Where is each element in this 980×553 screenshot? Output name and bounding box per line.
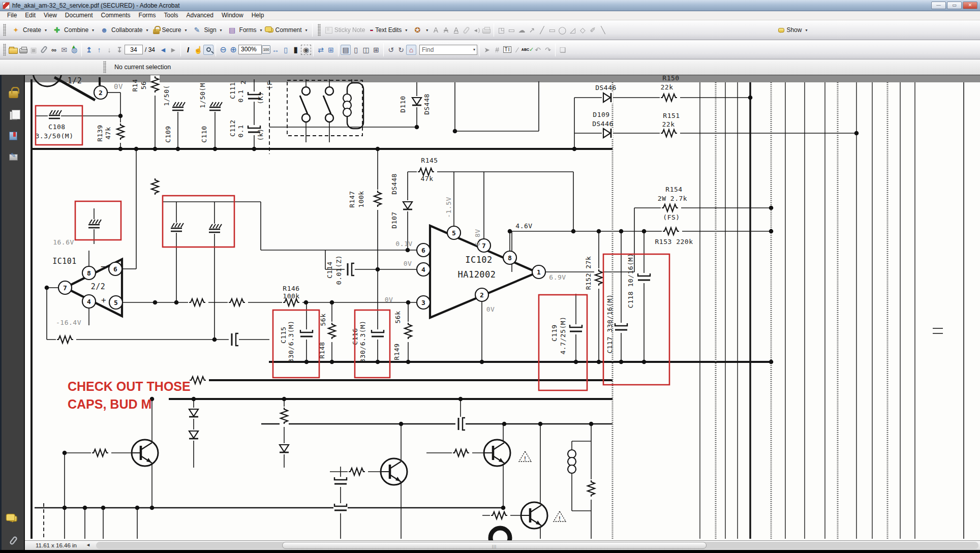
print-icon[interactable]: [18, 45, 28, 55]
attach-file-icon[interactable]: [461, 25, 471, 35]
bookmarks-panel-button[interactable]: [2, 127, 25, 144]
fit-width-page-icon[interactable]: ⇄: [316, 45, 326, 55]
menu-file[interactable]: File: [3, 11, 21, 20]
rectangle-tool-icon[interactable]: ▭: [547, 25, 557, 35]
line-tool-icon[interactable]: ╱: [537, 25, 547, 35]
selection-bar-grip[interactable]: [103, 61, 106, 73]
scrollbar-thumb[interactable]: |||: [282, 542, 707, 549]
previous-view-icon[interactable]: ◄: [158, 45, 168, 55]
menu-document[interactable]: Document: [61, 11, 97, 20]
text-box-tool-icon[interactable]: ▭: [506, 25, 516, 35]
find-dropdown-icon[interactable]: ▾: [472, 47, 477, 52]
zoom-in-icon[interactable]: ⊕: [228, 45, 238, 55]
eraser-tool-icon[interactable]: ╲: [598, 25, 608, 35]
toolbar-grip[interactable]: [3, 24, 6, 36]
spell-check-icon[interactable]: ABC✓: [523, 45, 533, 55]
hand-tool-icon[interactable]: ☝: [193, 45, 203, 55]
single-page-icon[interactable]: ▯: [351, 45, 361, 55]
horizontal-scrollbar[interactable]: |||: [96, 542, 978, 549]
document-view[interactable]: !!287465643578121/20VC1083.3/50(M)R13947…: [25, 75, 980, 540]
combine-button[interactable]: ✚Combine: [49, 23, 97, 37]
scrolling-mode-icon[interactable]: ▤: [341, 45, 351, 55]
rotate-ccw-icon[interactable]: ↺: [386, 45, 396, 55]
last-page-icon[interactable]: ↧: [114, 45, 125, 55]
toolbar-grip[interactable]: [318, 24, 321, 36]
redo-icon[interactable]: ↷: [543, 45, 553, 55]
two-up-icon[interactable]: ◫: [361, 45, 371, 55]
highlight-text-icon[interactable]: A: [431, 25, 441, 35]
secure-button[interactable]: Secure: [150, 24, 189, 36]
comments-panel-button[interactable]: [2, 510, 25, 527]
fit-visible-icon[interactable]: ⊞: [326, 45, 336, 55]
menu-tools[interactable]: Tools: [160, 11, 182, 20]
toolbar-grip[interactable]: [3, 44, 6, 56]
callout-tool-icon[interactable]: ◳: [496, 25, 506, 35]
minimize-button[interactable]: —: [931, 2, 946, 9]
oval-tool-icon[interactable]: ◯: [557, 25, 567, 35]
crossout-text-icon[interactable]: A: [441, 25, 451, 35]
open-icon[interactable]: [8, 45, 18, 55]
collaborate-button[interactable]: ☻Collaborate: [97, 23, 150, 37]
sign-button[interactable]: ✎Sign: [190, 23, 225, 37]
select-object-icon[interactable]: ➤: [482, 45, 492, 55]
select-tool-icon[interactable]: I: [183, 45, 193, 55]
attach-icon[interactable]: [39, 45, 49, 55]
first-page-icon[interactable]: ↥: [84, 45, 94, 55]
comment-button[interactable]: Comment: [265, 25, 310, 35]
pages-panel-button[interactable]: [2, 107, 25, 124]
menu-window[interactable]: Window: [218, 11, 248, 20]
zoom-level-value[interactable]: 300%: [238, 45, 262, 54]
two-up-continuous-icon[interactable]: ⊞: [371, 45, 381, 55]
crop-icon[interactable]: #: [492, 45, 502, 55]
touchup-text-icon[interactable]: TI: [502, 45, 512, 55]
underline-text-icon[interactable]: A: [451, 25, 461, 35]
search-icon[interactable]: ∞: [49, 45, 59, 55]
cloud-tool-icon[interactable]: ☁: [516, 25, 527, 35]
save-icon[interactable]: ▣: [28, 45, 39, 55]
find-input[interactable]: [420, 46, 472, 54]
security-panel-button[interactable]: [2, 84, 25, 102]
next-page-icon[interactable]: ↓: [104, 45, 114, 55]
dynamic-zoom-icon[interactable]: ▮: [291, 45, 301, 55]
menu-help[interactable]: Help: [248, 11, 268, 20]
record-audio-icon[interactable]: ◄): [471, 25, 481, 35]
snapshot-icon[interactable]: ◉: [301, 45, 311, 55]
page-number-input[interactable]: [125, 45, 143, 54]
menu-edit[interactable]: Edit: [21, 11, 40, 20]
signatures-panel-button[interactable]: [2, 148, 25, 166]
show-button[interactable]: Show: [776, 25, 810, 35]
stamp-button[interactable]: ✪: [410, 23, 431, 37]
create-button[interactable]: ✦Create: [8, 23, 49, 37]
polygon-tool-icon[interactable]: ◇: [577, 25, 588, 35]
pencil-tool-icon[interactable]: ✐: [588, 25, 598, 35]
next-view-icon[interactable]: ►: [168, 45, 178, 55]
undo-icon[interactable]: ↶: [533, 45, 543, 55]
marquee-zoom-icon[interactable]: [203, 45, 213, 55]
menu-comments[interactable]: Comments: [97, 11, 135, 20]
zoom-out-icon[interactable]: ⊖: [218, 45, 228, 55]
arrow-tool-icon[interactable]: ↗: [527, 25, 537, 35]
menu-forms[interactable]: Forms: [135, 11, 160, 20]
actual-size-icon[interactable]: 100: [262, 45, 270, 54]
rotate-cw-icon[interactable]: ↻: [396, 45, 406, 55]
menu-view[interactable]: View: [40, 11, 61, 20]
text-edits-button[interactable]: Text Edits: [368, 25, 410, 35]
schematic-page[interactable]: !!287465643578121/20VC1083.3/50(M)R13947…: [25, 75, 980, 540]
fit-width-icon[interactable]: ↔: [270, 45, 281, 55]
fit-page-icon[interactable]: ▯: [281, 45, 291, 55]
close-button[interactable]: ✕: [963, 2, 977, 9]
measure-icon[interactable]: ∕: [512, 45, 523, 55]
scroll-left-icon[interactable]: ◄: [86, 542, 90, 547]
email-icon[interactable]: ✉: [59, 45, 69, 55]
fullscreen-icon[interactable]: ⌂: [406, 45, 416, 55]
sticky-note-button[interactable]: Sticky Note: [323, 25, 368, 35]
copy-pages-icon[interactable]: ❏: [558, 45, 568, 55]
stamp-print-icon[interactable]: [481, 25, 492, 35]
previous-page-icon[interactable]: ↑: [94, 45, 104, 55]
attachments-panel-button[interactable]: [2, 532, 25, 549]
menu-advanced[interactable]: Advanced: [182, 11, 218, 20]
upload-icon[interactable]: ◍▲: [69, 45, 79, 55]
polygon-line-tool-icon[interactable]: ◿: [567, 25, 577, 35]
maximize-button[interactable]: ▭: [947, 2, 962, 9]
forms-button[interactable]: ▤Forms: [225, 23, 265, 37]
